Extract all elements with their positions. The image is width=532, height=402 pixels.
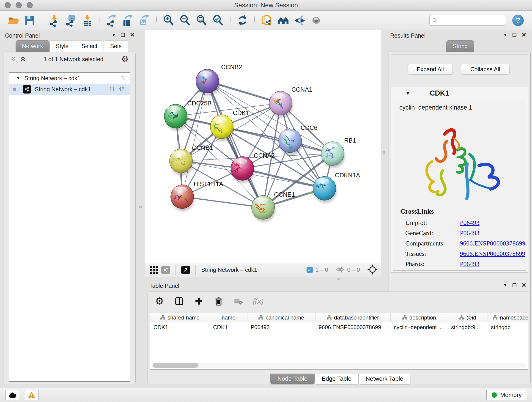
close-table-panel-icon[interactable]: ✕ xyxy=(521,283,526,287)
crosslink-link[interactable]: P06493 xyxy=(460,260,480,268)
table-horizontal-scrollbar[interactable] xyxy=(152,363,526,368)
save-session-icon[interactable] xyxy=(23,14,36,27)
export-table-icon[interactable] xyxy=(121,14,134,27)
table-cell: stringdb:9... xyxy=(448,322,488,332)
crosslink-link[interactable]: P06493 xyxy=(460,230,480,237)
delete-column-icon[interactable] xyxy=(213,296,224,306)
table-cell: CDK1 xyxy=(150,322,210,332)
string-import-icon[interactable] xyxy=(260,14,273,27)
expand-all-button[interactable]: Expand All xyxy=(408,64,453,75)
gene-collapse-icon[interactable]: ▼ xyxy=(405,91,410,96)
tab-sets[interactable]: Sets xyxy=(104,40,128,52)
table-row[interactable]: CDK1CDK1P064939606.ENSP00000378699cyclin… xyxy=(150,322,528,332)
show-panel-icon[interactable] xyxy=(310,14,323,27)
column-header-name[interactable]: name xyxy=(210,313,247,322)
tree-expand-icon[interactable]: ▼ xyxy=(16,76,20,81)
crosslink-row: Tissues:9606.ENSP00000378699 xyxy=(393,249,526,259)
memory-status-dot xyxy=(492,392,497,398)
scrollbar-thumb[interactable] xyxy=(152,363,198,368)
import-table-icon[interactable] xyxy=(80,14,94,27)
results-panel-window-controls: ▼ ✕ xyxy=(503,32,526,37)
column-header-@id[interactable]: @id xyxy=(448,313,488,322)
table-settings-gear-icon[interactable]: ⚙ xyxy=(154,296,165,306)
expand-all-icon[interactable] xyxy=(20,56,26,63)
birdseye-view-icon[interactable] xyxy=(181,266,190,274)
crosslink-link[interactable]: 9606.ENSP00000378699 xyxy=(460,240,525,247)
import-network-database-icon[interactable] xyxy=(64,14,77,27)
control-panel-window-controls: ▼ ✕ xyxy=(112,32,135,37)
open-file-icon[interactable] xyxy=(7,14,20,27)
collapse-all-icon[interactable] xyxy=(10,56,17,63)
gene-name: CDK1 xyxy=(430,89,449,97)
warning-status-button[interactable] xyxy=(25,390,38,400)
table-cell: stringdb xyxy=(488,322,528,332)
toolbar-separator xyxy=(42,14,42,27)
float-panel-icon[interactable] xyxy=(121,33,125,37)
cloud-status-button[interactable] xyxy=(6,390,19,400)
tab-network-table[interactable]: Network Table xyxy=(359,374,410,384)
close-results-icon[interactable]: ✕ xyxy=(521,33,526,37)
zoom-fit-icon[interactable] xyxy=(195,14,208,27)
crosslink-label: Pharos: xyxy=(405,260,460,268)
gene-section-header[interactable]: ▼ CDK1 xyxy=(391,87,528,100)
network-canvas[interactable]: CCNB2CCNA1CDC25BCDK1CDC6RB1CCNB1CCNA2CDK… xyxy=(145,30,381,263)
tab-style[interactable]: Style xyxy=(50,40,75,52)
network-options-gear-icon[interactable]: ⚙ xyxy=(121,55,128,63)
tab-edge-table[interactable]: Edge Table xyxy=(315,374,359,384)
network-view-toolbar: String Network – cdk1 ✓ 1 – 0 0 – 0 xyxy=(145,263,381,277)
crosslink-link[interactable]: 9606.ENSP00000378699 xyxy=(460,250,525,257)
window-title: Session: New Session xyxy=(0,2,532,9)
network-row[interactable]: String Network – cdk1 11 48 xyxy=(9,84,130,95)
column-header-database-identifier[interactable]: database identifier xyxy=(316,313,391,322)
delete-table-icon xyxy=(233,296,244,306)
table-toolbar: ⚙ f(x) xyxy=(154,296,264,306)
main-toolbar: ? xyxy=(0,11,532,30)
export-network-icon[interactable] xyxy=(105,14,118,27)
columns-icon[interactable] xyxy=(174,296,184,306)
node-label-HIST1H1A: HIST1H1A xyxy=(194,181,223,187)
crosslink-link[interactable]: P06493 xyxy=(460,219,480,226)
network-edge-CCNB2-CCNE1 xyxy=(207,81,263,207)
right-splitter-handle[interactable] xyxy=(383,151,385,154)
selected-nodes-checkbox[interactable]: ✓ xyxy=(307,267,313,273)
gene-description: cyclin–dependent kinase 1 xyxy=(399,104,526,111)
column-header-shared-name[interactable]: shared name xyxy=(150,313,210,322)
zoom-selected-icon[interactable] xyxy=(211,14,225,27)
import-network-file-icon[interactable] xyxy=(47,14,61,27)
tab-network[interactable]: Network xyxy=(16,40,50,52)
float-results-icon[interactable] xyxy=(513,33,516,37)
help-icon[interactable]: ? xyxy=(512,15,524,26)
close-panel-icon[interactable]: ✕ xyxy=(130,33,135,37)
column-header-canonical-name[interactable]: canonical name xyxy=(247,313,316,322)
refresh-layout-icon[interactable] xyxy=(236,14,249,27)
float-table-panel-icon[interactable] xyxy=(513,283,516,287)
add-column-icon[interactable] xyxy=(194,296,204,306)
grid-view-icon[interactable] xyxy=(150,266,158,274)
table-header-row: shared namenamecanonical namedatabase id… xyxy=(150,313,528,322)
collapse-results-icon[interactable]: ▼ xyxy=(503,32,507,37)
zoom-in-icon[interactable] xyxy=(162,14,175,27)
zoom-out-icon[interactable] xyxy=(178,14,192,27)
left-splitter-handle[interactable] xyxy=(139,206,142,208)
horizontal-splitter-handle[interactable] xyxy=(337,278,340,280)
memory-button[interactable]: Memory xyxy=(486,390,527,400)
collapse-panel-icon[interactable]: ▼ xyxy=(112,32,116,37)
collapse-table-panel-icon[interactable]: ▼ xyxy=(503,283,507,288)
share-view-icon[interactable] xyxy=(161,266,170,274)
network-collection-row[interactable]: ▼ String Network – cdk1 1 xyxy=(9,73,130,84)
export-image-icon[interactable] xyxy=(138,14,151,27)
crosshair-icon[interactable] xyxy=(367,264,378,275)
hide-panel-icon[interactable] xyxy=(293,14,306,27)
collapse-all-button[interactable]: Collapse All xyxy=(461,64,510,75)
network-status-dot xyxy=(13,88,16,91)
tab-select[interactable]: Select xyxy=(75,40,104,52)
network-node-count: 11 xyxy=(109,86,115,93)
tab-string[interactable]: String xyxy=(446,40,474,52)
column-header-description[interactable]: description xyxy=(391,313,448,322)
crosslink-label: GeneCard: xyxy=(405,230,460,237)
search-input[interactable] xyxy=(429,15,506,26)
network-overview-icon[interactable] xyxy=(277,14,290,27)
selected-count: 1 – 0 xyxy=(316,267,328,273)
tab-node-table[interactable]: Node Table xyxy=(270,374,315,384)
column-header-namespace[interactable]: namespace xyxy=(488,313,528,322)
